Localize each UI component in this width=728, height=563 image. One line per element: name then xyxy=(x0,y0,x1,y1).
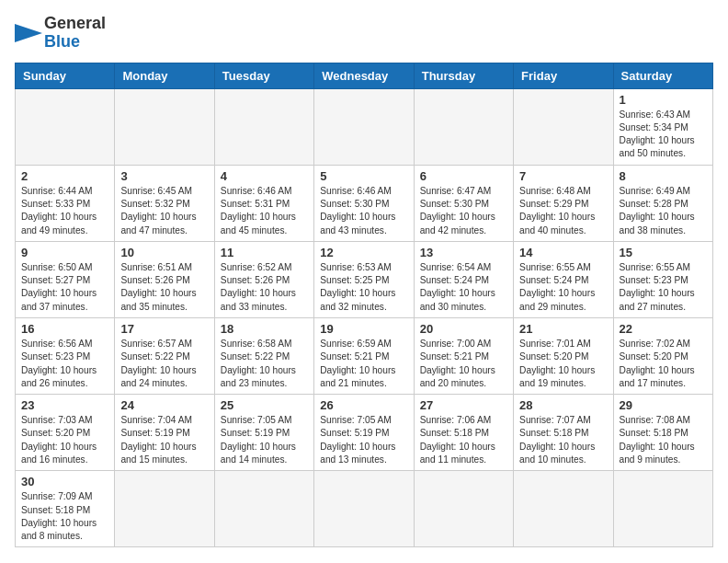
weekday-header-thursday: Thursday xyxy=(414,63,513,88)
day-number: 5 xyxy=(320,169,407,183)
day-cell: 6Sunrise: 6:47 AM Sunset: 5:30 PM Daylig… xyxy=(414,165,513,241)
logo-triangle-icon xyxy=(15,19,42,47)
day-cell: 16Sunrise: 6:56 AM Sunset: 5:23 PM Dayli… xyxy=(16,317,115,394)
day-number: 30 xyxy=(21,475,108,488)
day-info: Sunrise: 7:03 AM Sunset: 5:20 PM Dayligh… xyxy=(21,414,108,466)
day-info: Sunrise: 7:02 AM Sunset: 5:20 PM Dayligh… xyxy=(620,338,707,390)
day-number: 28 xyxy=(519,398,607,412)
day-cell: 22Sunrise: 7:02 AM Sunset: 5:20 PM Dayli… xyxy=(613,317,712,394)
day-info: Sunrise: 7:06 AM Sunset: 5:18 PM Dayligh… xyxy=(420,414,507,466)
day-info: Sunrise: 6:51 AM Sunset: 5:26 PM Dayligh… xyxy=(120,261,208,314)
day-info: Sunrise: 6:52 AM Sunset: 5:26 PM Dayligh… xyxy=(221,261,308,314)
day-cell: 30Sunrise: 7:09 AM Sunset: 5:18 PM Dayli… xyxy=(16,471,115,547)
day-info: Sunrise: 7:00 AM Sunset: 5:21 PM Dayligh… xyxy=(420,338,507,390)
day-number: 24 xyxy=(120,398,208,412)
day-info: Sunrise: 7:08 AM Sunset: 5:18 PM Dayligh… xyxy=(620,414,707,466)
weekday-header-friday: Friday xyxy=(514,63,613,88)
weekday-header-tuesday: Tuesday xyxy=(214,63,313,88)
day-cell: 9Sunrise: 6:50 AM Sunset: 5:27 PM Daylig… xyxy=(16,241,115,317)
day-number: 19 xyxy=(320,322,407,336)
day-cell: 21Sunrise: 7:01 AM Sunset: 5:20 PM Dayli… xyxy=(514,317,613,394)
header: GeneralBlue xyxy=(15,15,713,52)
day-info: Sunrise: 6:58 AM Sunset: 5:22 PM Dayligh… xyxy=(221,338,308,390)
day-info: Sunrise: 6:45 AM Sunset: 5:32 PM Dayligh… xyxy=(120,185,208,237)
day-number: 11 xyxy=(221,246,308,259)
week-row-4: 16Sunrise: 6:56 AM Sunset: 5:23 PM Dayli… xyxy=(16,317,713,394)
week-row-6: 30Sunrise: 7:09 AM Sunset: 5:18 PM Dayli… xyxy=(16,471,713,547)
day-info: Sunrise: 6:54 AM Sunset: 5:24 PM Dayligh… xyxy=(420,261,507,314)
week-row-3: 9Sunrise: 6:50 AM Sunset: 5:27 PM Daylig… xyxy=(16,241,713,317)
day-cell: 17Sunrise: 6:57 AM Sunset: 5:22 PM Dayli… xyxy=(115,317,214,394)
day-info: Sunrise: 6:43 AM Sunset: 5:34 PM Dayligh… xyxy=(620,109,707,161)
day-number: 23 xyxy=(21,398,108,412)
day-number: 6 xyxy=(420,169,507,183)
day-number: 27 xyxy=(420,398,507,412)
day-number: 26 xyxy=(320,398,407,412)
day-info: Sunrise: 6:59 AM Sunset: 5:21 PM Dayligh… xyxy=(320,338,407,390)
day-number: 8 xyxy=(620,169,707,183)
day-number: 18 xyxy=(221,322,308,336)
day-cell: 10Sunrise: 6:51 AM Sunset: 5:26 PM Dayli… xyxy=(115,241,214,317)
day-cell: 24Sunrise: 7:04 AM Sunset: 5:19 PM Dayli… xyxy=(115,395,214,471)
logo-text: GeneralBlue xyxy=(44,15,106,52)
logo: GeneralBlue xyxy=(15,15,106,52)
day-cell: 2Sunrise: 6:44 AM Sunset: 5:33 PM Daylig… xyxy=(16,165,115,241)
day-number: 9 xyxy=(21,246,108,259)
day-cell: 11Sunrise: 6:52 AM Sunset: 5:26 PM Dayli… xyxy=(214,241,313,317)
day-cell: 26Sunrise: 7:05 AM Sunset: 5:19 PM Dayli… xyxy=(314,395,414,471)
day-number: 20 xyxy=(420,322,507,336)
day-number: 29 xyxy=(620,398,707,412)
day-cell: 25Sunrise: 7:05 AM Sunset: 5:19 PM Dayli… xyxy=(214,395,313,471)
day-number: 21 xyxy=(519,322,607,336)
day-cell: 18Sunrise: 6:58 AM Sunset: 5:22 PM Dayli… xyxy=(214,317,313,394)
day-info: Sunrise: 6:53 AM Sunset: 5:25 PM Dayligh… xyxy=(320,261,407,314)
day-cell xyxy=(514,471,613,547)
day-info: Sunrise: 7:01 AM Sunset: 5:20 PM Dayligh… xyxy=(519,338,607,390)
day-number: 25 xyxy=(221,398,308,412)
day-cell: 28Sunrise: 7:07 AM Sunset: 5:18 PM Dayli… xyxy=(514,395,613,471)
day-cell: 3Sunrise: 6:45 AM Sunset: 5:32 PM Daylig… xyxy=(115,165,214,241)
day-cell: 23Sunrise: 7:03 AM Sunset: 5:20 PM Dayli… xyxy=(16,395,115,471)
day-info: Sunrise: 6:56 AM Sunset: 5:23 PM Dayligh… xyxy=(21,338,108,390)
day-cell: 29Sunrise: 7:08 AM Sunset: 5:18 PM Dayli… xyxy=(613,395,712,471)
weekday-header-sunday: Sunday xyxy=(16,63,115,88)
week-row-2: 2Sunrise: 6:44 AM Sunset: 5:33 PM Daylig… xyxy=(16,165,713,241)
day-cell: 12Sunrise: 6:53 AM Sunset: 5:25 PM Dayli… xyxy=(314,241,414,317)
day-cell xyxy=(214,88,313,165)
day-info: Sunrise: 7:05 AM Sunset: 5:19 PM Dayligh… xyxy=(221,414,308,466)
day-cell xyxy=(514,88,613,165)
day-cell: 5Sunrise: 6:46 AM Sunset: 5:30 PM Daylig… xyxy=(314,165,414,241)
calendar-table: SundayMondayTuesdayWednesdayThursdayFrid… xyxy=(15,63,713,548)
weekday-header-monday: Monday xyxy=(115,63,214,88)
day-cell xyxy=(613,471,712,547)
day-number: 22 xyxy=(620,322,707,336)
day-cell: 8Sunrise: 6:49 AM Sunset: 5:28 PM Daylig… xyxy=(613,165,712,241)
day-cell: 14Sunrise: 6:55 AM Sunset: 5:24 PM Dayli… xyxy=(514,241,613,317)
day-cell xyxy=(314,88,414,165)
day-info: Sunrise: 7:09 AM Sunset: 5:18 PM Dayligh… xyxy=(21,490,108,543)
day-info: Sunrise: 6:46 AM Sunset: 5:30 PM Dayligh… xyxy=(320,185,407,237)
day-number: 1 xyxy=(620,93,707,107)
day-cell: 1Sunrise: 6:43 AM Sunset: 5:34 PM Daylig… xyxy=(613,88,712,165)
day-number: 17 xyxy=(120,322,208,336)
day-info: Sunrise: 6:48 AM Sunset: 5:29 PM Dayligh… xyxy=(519,185,607,237)
day-number: 12 xyxy=(320,246,407,259)
week-row-5: 23Sunrise: 7:03 AM Sunset: 5:20 PM Dayli… xyxy=(16,395,713,471)
day-number: 16 xyxy=(21,322,108,336)
day-info: Sunrise: 6:44 AM Sunset: 5:33 PM Dayligh… xyxy=(21,185,108,237)
day-number: 2 xyxy=(21,169,108,183)
day-info: Sunrise: 6:55 AM Sunset: 5:23 PM Dayligh… xyxy=(620,261,707,314)
day-cell: 7Sunrise: 6:48 AM Sunset: 5:29 PM Daylig… xyxy=(514,165,613,241)
day-number: 13 xyxy=(420,246,507,259)
day-cell: 15Sunrise: 6:55 AM Sunset: 5:23 PM Dayli… xyxy=(613,241,712,317)
day-cell: 4Sunrise: 6:46 AM Sunset: 5:31 PM Daylig… xyxy=(214,165,313,241)
day-info: Sunrise: 6:49 AM Sunset: 5:28 PM Dayligh… xyxy=(620,185,707,237)
weekday-header-wednesday: Wednesday xyxy=(314,63,414,88)
day-cell: 13Sunrise: 6:54 AM Sunset: 5:24 PM Dayli… xyxy=(414,241,513,317)
day-number: 4 xyxy=(221,169,308,183)
day-cell: 19Sunrise: 6:59 AM Sunset: 5:21 PM Dayli… xyxy=(314,317,414,394)
weekday-header-row: SundayMondayTuesdayWednesdayThursdayFrid… xyxy=(16,63,713,88)
day-number: 10 xyxy=(120,246,208,259)
day-info: Sunrise: 6:46 AM Sunset: 5:31 PM Dayligh… xyxy=(221,185,308,237)
day-info: Sunrise: 7:07 AM Sunset: 5:18 PM Dayligh… xyxy=(519,414,607,466)
